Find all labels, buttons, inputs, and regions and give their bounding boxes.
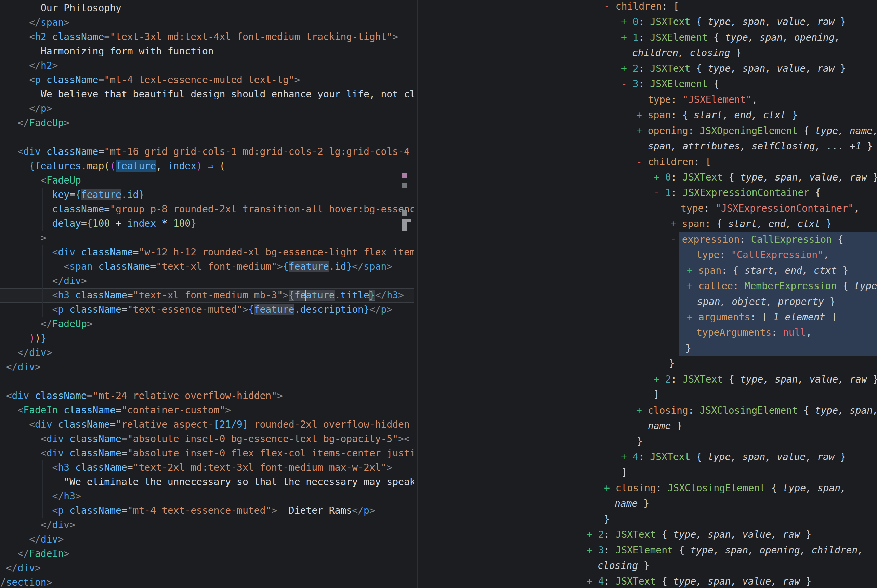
ast-row[interactable]: + closing: JSXClosingElement { type, spa…	[604, 480, 846, 496]
collapse-toggle-icon[interactable]: -	[621, 78, 633, 90]
code-line[interactable]: <h3 className="text-xl font-medium mb-3"…	[53, 288, 404, 303]
code-line[interactable]: </div>	[53, 274, 87, 288]
ast-row[interactable]: - children: [	[604, 0, 679, 14]
code-line[interactable]: <p className="mt-4 text-essence-muted">—…	[53, 504, 375, 518]
code-line[interactable]: ))}	[29, 331, 47, 346]
ast-tree-pane[interactable]: - children: [+ 0: JSXText { type, span, …	[414, 0, 877, 588]
ast-row[interactable]: + 2: JSXText { type, span, value, raw }	[621, 61, 846, 76]
code-line[interactable]: <FadeIn className="container-custom">	[18, 403, 231, 417]
expand-toggle-icon[interactable]: +	[621, 63, 633, 74]
code-line[interactable]: <FadeUp	[41, 173, 81, 188]
expand-toggle-icon[interactable]: +	[687, 265, 698, 276]
ast-row[interactable]: - 3: JSXElement {	[621, 76, 719, 92]
code-line[interactable]: </div>	[41, 518, 75, 532]
collapse-toggle-icon[interactable]: -	[654, 187, 665, 198]
ast-row[interactable]: ]	[654, 387, 659, 403]
code-line[interactable]: <div className="absolute inset-0 flex fl…	[41, 446, 414, 460]
ast-row[interactable]: - 1: JSXExpressionContainer {	[654, 185, 821, 201]
code-line[interactable]: <p className="text-essence-muted">{featu…	[53, 303, 393, 317]
code-line[interactable]: </span>	[29, 15, 69, 30]
code-line[interactable]: <div className="absolute inset-0 bg-esse…	[41, 432, 410, 446]
code-line[interactable]: <h3 className="text-2xl md:text-3xl font…	[53, 460, 393, 475]
code-line[interactable]: <p className="mt-4 text-essence-muted te…	[29, 73, 300, 87]
expand-toggle-icon[interactable]: +	[587, 576, 598, 587]
code-line[interactable]: {features.map((feature, index) ⇒ (	[29, 159, 225, 173]
ast-row[interactable]: + 2: JSXText { type, span, value, raw }	[654, 372, 877, 387]
ast-row[interactable]: type: "JSXElement",	[648, 92, 757, 108]
code-line[interactable]: Our Philosophy	[41, 1, 122, 15]
ast-row[interactable]: + 4: JSXText { type, span, value, raw }	[621, 449, 846, 465]
collapse-toggle-icon[interactable]: -	[604, 1, 616, 12]
expand-toggle-icon[interactable]: +	[670, 218, 682, 230]
ast-row[interactable]: }	[669, 356, 675, 372]
ast-row[interactable]: name }	[648, 418, 682, 434]
expand-toggle-icon[interactable]: +	[621, 32, 633, 43]
ast-row[interactable]: + span: { start, end, ctxt }	[670, 216, 832, 232]
ast-row[interactable]: + 0: JSXText { type, span, value, raw }	[621, 14, 846, 30]
code-line[interactable]: </FadeUp>	[18, 116, 69, 130]
code-line[interactable]: key={feature.id}	[53, 188, 145, 202]
jsx-source-editor-pane[interactable]: Our Philosophy</span><h2 className="text…	[0, 0, 414, 588]
expand-toggle-icon[interactable]: +	[636, 110, 648, 121]
ast-row[interactable]: + 3: JSXElement { type, span, opening, c…	[587, 543, 863, 558]
ast-row[interactable]: }	[637, 434, 643, 450]
ast-row[interactable]: - expression: CallExpression {	[670, 232, 844, 248]
expand-toggle-icon[interactable]: +	[587, 529, 598, 540]
code-line[interactable]: Harmonizing form with function	[41, 44, 214, 58]
ast-row[interactable]: + callee: MemberExpression { type,	[687, 278, 877, 294]
ast-row[interactable]: + arguments: [ 1 element ]	[687, 309, 836, 325]
code-line[interactable]: "We eliminate the unnecessary so that th…	[64, 475, 414, 489]
collapse-toggle-icon[interactable]: -	[670, 234, 682, 245]
ast-row[interactable]: ]	[621, 465, 627, 481]
code-line[interactable]: className="group p-8 rounded-2xl transit…	[53, 202, 414, 216]
code-line[interactable]: </FadeUp>	[41, 317, 93, 331]
expand-toggle-icon[interactable]: +	[621, 451, 633, 462]
code-line[interactable]: <div className="w-12 h-12 rounded-xl bg-…	[53, 245, 414, 260]
ast-row[interactable]: + closing: JSXClosingElement { type, spa…	[636, 403, 877, 418]
code-line[interactable]: </div>	[6, 360, 41, 374]
ast-row[interactable]: name }	[615, 496, 649, 512]
ast-row[interactable]: span, object, property }	[697, 294, 836, 310]
ast-row[interactable]: - children: [	[636, 154, 711, 170]
expand-toggle-icon[interactable]: +	[687, 311, 698, 323]
ast-row[interactable]: + opening: JSXOpeningElement { type, nam…	[636, 123, 877, 139]
code-line[interactable]: <span className="text-xl font-medium">{f…	[64, 260, 392, 274]
code-line[interactable]: </div>	[18, 346, 52, 360]
code-line[interactable]: delay={100 + index * 100}	[53, 216, 196, 231]
ast-row[interactable]: children, closing }	[632, 45, 742, 61]
ast-row[interactable]: + 4: JSXText { type, span, value, raw }	[587, 574, 811, 588]
expand-toggle-icon[interactable]: +	[604, 482, 616, 494]
ast-row[interactable]: closing }	[598, 558, 650, 574]
collapse-toggle-icon[interactable]: -	[636, 156, 648, 168]
code-line[interactable]: We believe that beautiful design should …	[41, 87, 414, 102]
expand-toggle-icon[interactable]: +	[654, 172, 665, 183]
ast-row[interactable]: + span: { start, end, ctxt }	[687, 263, 848, 279]
code-line[interactable]: </FadeIn>	[18, 547, 69, 561]
code-line[interactable]: <div className="relative aspect-[21/9] r…	[29, 417, 414, 432]
expand-toggle-icon[interactable]: +	[636, 125, 648, 136]
ast-row[interactable]: + 1: JSXElement { type, span, opening,	[621, 30, 840, 45]
code-line[interactable]: <div className="mt-24 relative overflow-…	[6, 389, 283, 403]
code-line[interactable]: </p>	[29, 102, 52, 116]
code-line[interactable]: </h3>	[53, 489, 81, 504]
code-line[interactable]: </section>	[0, 575, 53, 588]
code-line[interactable]: </div>	[29, 532, 64, 547]
ast-row[interactable]: + span: { start, end, ctxt }	[636, 107, 797, 123]
code-line[interactable]: <h2 className="text-3xl md:text-4xl font…	[29, 30, 398, 44]
ast-row[interactable]: type: "JSXExpressionContainer",	[681, 201, 859, 216]
expand-toggle-icon[interactable]: +	[621, 16, 633, 27]
expand-toggle-icon[interactable]: +	[654, 374, 665, 385]
code-line[interactable]: <div className="mt-16 grid grid-cols-1 m…	[18, 145, 414, 159]
ast-row[interactable]: span, attributes, selfClosing, ... +1 }	[648, 138, 872, 154]
ast-row[interactable]: }	[604, 512, 610, 527]
code-line[interactable]: </h2>	[29, 58, 58, 73]
ast-row[interactable]: }	[685, 340, 691, 356]
expand-toggle-icon[interactable]: +	[636, 405, 648, 416]
ast-row[interactable]: + 2: JSXText { type, span, value, raw }	[587, 527, 811, 543]
expand-toggle-icon[interactable]: +	[587, 544, 598, 556]
ast-row[interactable]: + 0: JSXText { type, span, value, raw }	[654, 170, 877, 185]
code-line[interactable]: </div>	[6, 561, 41, 575]
code-line[interactable]: >	[41, 231, 47, 245]
expand-toggle-icon[interactable]: +	[687, 280, 698, 292]
ast-row[interactable]: typeArguments: null,	[697, 325, 812, 340]
